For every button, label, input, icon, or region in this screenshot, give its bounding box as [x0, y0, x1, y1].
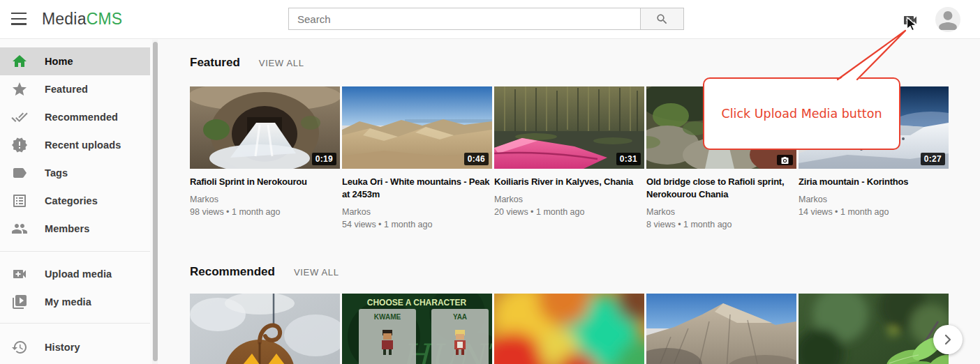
chevron-right-icon: [942, 333, 954, 346]
search-icon: [655, 13, 669, 26]
sidebar: Home Featured Recommended Recent uploads…: [0, 39, 150, 364]
star-icon: [11, 81, 28, 98]
duration-badge: 0:19: [312, 153, 336, 165]
video-thumbnail-pumpkin[interactable]: [190, 294, 340, 364]
top-bar: MediaCMS: [0, 0, 980, 39]
video-card[interactable]: 0:46 Leuka Ori - White mountains - Peak …: [342, 86, 492, 230]
duration-badge: 0:31: [616, 153, 641, 165]
sidebar-label: History: [45, 342, 80, 353]
annotation-text: Click Upload Media button: [722, 107, 882, 121]
video-author[interactable]: Markos: [342, 206, 492, 218]
section-title-recommended: Recommended: [190, 265, 275, 279]
sidebar-label: Tags: [45, 167, 68, 179]
video-meta: 54 views • 1 month ago: [342, 219, 492, 230]
upload-media-icon[interactable]: [902, 12, 919, 29]
sidebar-item-recent-uploads[interactable]: Recent uploads: [0, 131, 150, 159]
video-thumbnail-river-kayak[interactable]: 0:31: [494, 86, 644, 169]
sidebar-item-history[interactable]: History: [0, 333, 150, 361]
sidebar-item-my-media[interactable]: My media: [0, 288, 150, 316]
game-character-name-right: YAA: [453, 313, 467, 321]
carousel-next-button[interactable]: [933, 325, 963, 354]
video-meta: 20 views • 1 month ago: [494, 206, 644, 218]
video-author[interactable]: Markos: [799, 194, 949, 205]
video-card[interactable]: 0:19 Rafioli Sprint in Nerokourou Markos…: [190, 86, 340, 218]
sidebar-label: Recent uploads: [45, 139, 121, 151]
sidebar-item-home[interactable]: Home: [0, 47, 150, 75]
video-title[interactable]: Leuka Ori - White mountains - Peak at 24…: [342, 176, 492, 201]
sidebar-label: Recommended: [45, 112, 118, 123]
new-releases-icon: [11, 137, 28, 153]
logo[interactable]: MediaCMS: [42, 10, 122, 29]
video-author[interactable]: Markos: [494, 194, 644, 205]
video-author[interactable]: Markos: [646, 206, 796, 218]
categories-icon: [11, 192, 28, 209]
video-author[interactable]: Markos: [190, 194, 340, 205]
sidebar-label: Upload media: [45, 268, 112, 280]
duration-badge: 0:46: [464, 153, 489, 165]
sidebar-divider: [0, 323, 150, 324]
members-icon: [11, 220, 28, 237]
tag-icon: [11, 165, 28, 181]
recommended-section-header: Recommended VIEW ALL: [190, 265, 339, 279]
video-meta: 8 views • 1 month ago: [646, 219, 796, 230]
sidebar-label: Featured: [45, 84, 88, 95]
camera-icon: [780, 157, 789, 165]
featured-section-header: Featured VIEW ALL: [190, 56, 304, 70]
video-meta: 98 views • 1 month ago: [190, 206, 340, 218]
video-library-icon: [11, 294, 28, 310]
search-button[interactable]: [640, 8, 684, 30]
video-thumbnail-mountains[interactable]: 0:46: [342, 86, 492, 169]
video-thumbnail-green-leaves[interactable]: [799, 294, 949, 364]
mediacms-app: MediaCMS Home Featured Recommended: [0, 0, 980, 364]
sidebar-item-categories[interactable]: Categories: [0, 187, 150, 215]
sidebar-item-featured[interactable]: Featured: [0, 75, 150, 103]
video-thumbnail-game[interactable]: HUNT CHOOSE A CHARACTER KWAME YAA Select…: [342, 294, 492, 364]
sidebar-label: My media: [45, 296, 91, 308]
section-title-featured: Featured: [190, 56, 240, 70]
sidebar-label: Categories: [45, 195, 98, 206]
search-bar: [288, 8, 684, 30]
sidebar-item-recommended[interactable]: Recommended: [0, 103, 150, 131]
video-title[interactable]: Old bridge close to Rafioli sprint, Nero…: [646, 176, 796, 201]
home-icon: [11, 53, 28, 70]
sidebar-item-members[interactable]: Members: [0, 215, 150, 243]
sidebar-divider: [0, 251, 150, 252]
video-thumbnail-color-blur[interactable]: [494, 294, 644, 364]
duration-badge: 0:27: [921, 153, 945, 165]
sidebar-item-tags[interactable]: Tags: [0, 159, 150, 187]
sidebar-label: Home: [45, 56, 73, 67]
video-title[interactable]: Koiliaris River in Kalyves, Chania: [494, 176, 644, 188]
recommended-view-all-link[interactable]: VIEW ALL: [294, 267, 339, 278]
annotation-callout: Click Upload Media button: [703, 77, 900, 150]
game-heading-text: CHOOSE A CHARACTER: [367, 298, 467, 308]
menu-icon[interactable]: [11, 13, 27, 25]
video-thumbnail-waterfall[interactable]: 0:19: [190, 86, 340, 169]
video-title[interactable]: Rafioli Sprint in Nerokourou: [190, 176, 340, 188]
sidebar-label: Members: [45, 223, 89, 234]
double-check-icon: [11, 109, 28, 126]
user-avatar[interactable]: [935, 7, 960, 32]
upload-media-icon: [11, 266, 28, 282]
sidebar-item-upload-media[interactable]: Upload media: [0, 260, 150, 288]
video-meta: 14 views • 1 month ago: [799, 206, 949, 218]
history-icon: [11, 339, 28, 356]
video-card[interactable]: 0:31 Koiliaris River in Kalyves, Chania …: [494, 86, 644, 218]
logo-media: Media: [42, 10, 87, 28]
search-input[interactable]: [288, 8, 640, 30]
logo-cms: CMS: [87, 10, 123, 28]
game-character-name-left: KWAME: [374, 313, 401, 321]
video-thumbnail-rocky-mountain[interactable]: [646, 294, 796, 364]
sidebar-scrollbar-thumb[interactable]: [153, 42, 158, 361]
photo-badge: [777, 155, 793, 165]
featured-view-all-link[interactable]: VIEW ALL: [259, 58, 304, 68]
video-title[interactable]: Ziria mountain - Korinthos: [799, 176, 949, 188]
